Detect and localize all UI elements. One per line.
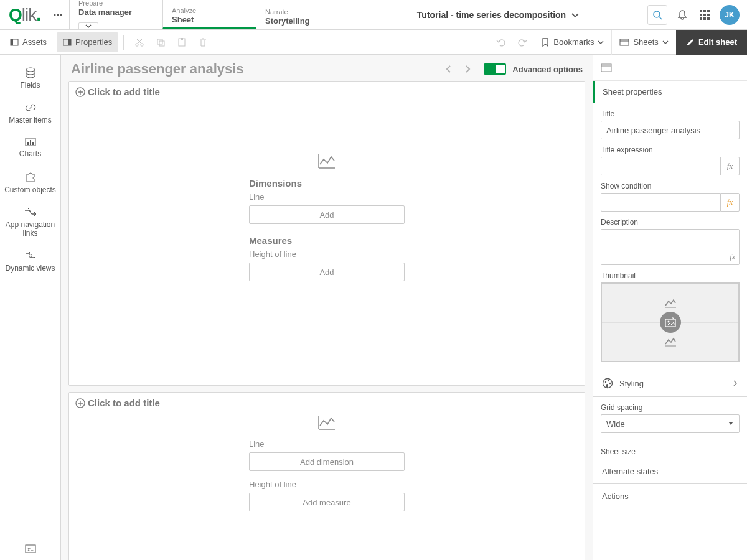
measure-label: Height of line	[249, 480, 405, 489]
panel-right-icon	[63, 38, 72, 47]
svg-point-1	[57, 14, 59, 16]
puzzle-icon	[24, 170, 37, 183]
sheets-dropdown[interactable]: Sheets	[611, 30, 675, 55]
svg-rect-12	[703, 17, 706, 20]
sidebar-item-appnav[interactable]: App navigation links	[0, 200, 60, 244]
fx-button[interactable]: fx	[720, 157, 740, 175]
thumbnail-preview[interactable]	[601, 282, 740, 362]
bell-icon	[677, 9, 688, 21]
panel-title: Sheet properties	[593, 81, 747, 103]
svg-point-26	[26, 68, 35, 72]
show-condition-label: Show condition	[601, 182, 740, 190]
avatar[interactable]: JK	[720, 5, 740, 25]
svg-point-19	[141, 43, 143, 45]
sheet-icon	[619, 38, 629, 47]
notifications-button[interactable]	[675, 7, 690, 22]
svg-rect-29	[30, 140, 31, 145]
description-input[interactable]: fx	[601, 229, 740, 265]
prev-sheet-button[interactable]	[445, 65, 453, 73]
title-input[interactable]	[601, 121, 740, 139]
prepare-dropdown[interactable]	[78, 22, 98, 30]
actions-accordion[interactable]: Actions	[593, 483, 747, 508]
svg-rect-28	[27, 142, 29, 145]
sidebar-item-charts[interactable]: Charts	[0, 131, 60, 164]
add-dimension-button[interactable]: Add	[249, 205, 405, 224]
sheet-title: Airline passenger analysis	[71, 61, 445, 77]
dynamic-views-icon	[24, 250, 37, 261]
global-search-button[interactable]	[647, 5, 667, 25]
svg-text:x=: x=	[27, 546, 34, 553]
sidebar-item-master[interactable]: Master items	[0, 96, 60, 131]
sidebar-item-custom[interactable]: Custom objects	[0, 164, 60, 200]
svg-point-43	[605, 381, 606, 383]
show-condition-input[interactable]	[601, 193, 720, 212]
sidebar-item-dynamic[interactable]: Dynamic views	[0, 244, 60, 279]
edit-sheet-button[interactable]: Edit sheet	[676, 30, 747, 55]
properties-panel: Sheet properties Title Title expression …	[593, 55, 747, 560]
undo-button	[491, 32, 512, 53]
svg-rect-7	[707, 10, 710, 12]
fx-button[interactable]: fx	[730, 253, 735, 262]
properties-toggle[interactable]: Properties	[57, 32, 118, 52]
chart-placeholder-2[interactable]: Click to add title Line Add dimension He…	[68, 392, 585, 560]
styling-accordion[interactable]: Styling	[593, 370, 747, 396]
line-chart-icon	[317, 414, 336, 431]
svg-rect-21	[159, 41, 164, 46]
fx-button[interactable]: fx	[720, 193, 740, 212]
svg-point-0	[54, 14, 56, 16]
svg-point-44	[608, 380, 609, 381]
svg-line-4	[659, 17, 662, 19]
grid-spacing-label: Grid spacing	[601, 403, 740, 412]
search-icon	[652, 10, 662, 20]
pencil-icon	[686, 38, 695, 47]
change-thumbnail-button[interactable]	[660, 312, 681, 333]
add-title-icon	[75, 87, 85, 97]
sidebar-item-fields[interactable]: Fields	[0, 61, 60, 96]
assets-toggle[interactable]: Assets	[4, 32, 53, 52]
paste-icon	[177, 37, 187, 47]
tab-analyze[interactable]: Analyze Sheet	[162, 0, 256, 29]
bookmarks-dropdown[interactable]: Bookmarks	[533, 30, 611, 55]
chart-placeholder-1[interactable]: Click to add title Dimensions Line Add M…	[68, 81, 585, 386]
link-icon	[24, 102, 37, 113]
chart-title-placeholder[interactable]: Click to add title	[88, 86, 160, 97]
title-expression-input[interactable]	[601, 157, 720, 175]
sidebar-item-variables[interactable]: x=	[0, 538, 60, 560]
thumbnail-label: Thumbnail	[601, 271, 740, 280]
chevron-right-icon	[732, 380, 738, 387]
measure-label: Height of line	[249, 250, 405, 259]
svg-rect-17	[68, 39, 71, 45]
svg-point-31	[29, 254, 32, 258]
assets-sidebar: Fields Master items Charts Custom object…	[0, 55, 61, 560]
svg-rect-11	[700, 17, 702, 20]
tab-prepare[interactable]: Prepare Data manager	[69, 0, 162, 29]
line-chart-icon	[317, 153, 336, 169]
more-menu[interactable]	[47, 0, 69, 29]
chart-title-placeholder[interactable]: Click to add title	[88, 398, 160, 408]
navigation-icon	[24, 207, 37, 218]
svg-rect-36	[601, 64, 611, 72]
panel-left-icon	[10, 38, 19, 47]
sheet-icon	[601, 63, 612, 72]
next-sheet-button[interactable]	[464, 65, 471, 73]
add-measure-button[interactable]: Add measure	[249, 493, 405, 511]
dimension-label: Line	[249, 192, 405, 202]
svg-rect-8	[700, 14, 702, 16]
advanced-options-toggle[interactable]	[484, 63, 506, 75]
app-title-dropdown[interactable]	[571, 11, 580, 19]
grid-icon	[699, 9, 710, 21]
app-launcher-button[interactable]	[697, 7, 712, 22]
svg-rect-30	[32, 142, 34, 145]
cut-button	[129, 32, 150, 53]
dimensions-heading: Dimensions	[249, 178, 405, 189]
svg-rect-9	[703, 14, 706, 16]
measures-heading: Measures	[249, 235, 405, 246]
grid-spacing-select[interactable]: Wide	[601, 414, 740, 433]
sheet-icon-header	[593, 55, 747, 81]
svg-rect-5	[700, 10, 702, 12]
redo-icon	[517, 37, 528, 48]
add-dimension-button[interactable]: Add dimension	[249, 452, 405, 471]
tab-narrate[interactable]: Narrate Storytelling	[256, 0, 349, 29]
alternate-states-accordion[interactable]: Alternate states	[593, 459, 747, 483]
add-measure-button[interactable]: Add	[249, 263, 405, 281]
